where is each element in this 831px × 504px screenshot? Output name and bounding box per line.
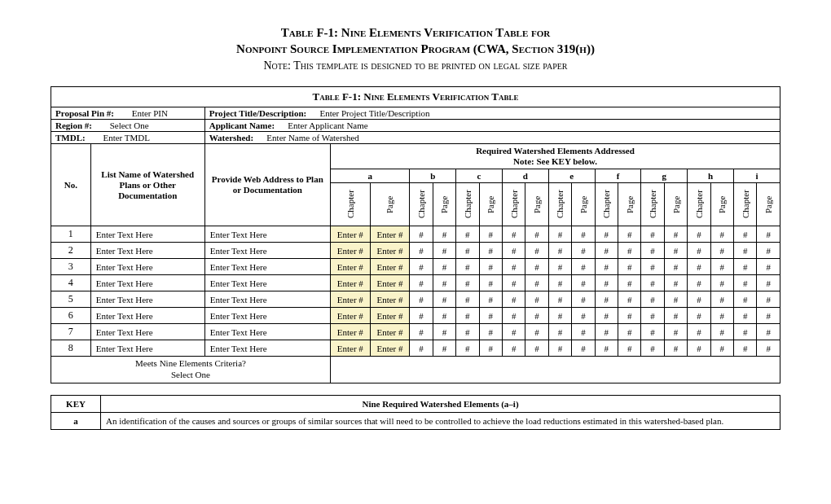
row-cell[interactable]: # xyxy=(479,275,502,291)
row-cell[interactable]: # xyxy=(641,324,664,340)
row-page-a[interactable]: Enter # xyxy=(370,324,410,340)
row-web-input[interactable]: Enter Text Here xyxy=(204,259,330,275)
row-cell[interactable]: # xyxy=(479,308,502,324)
row-cell[interactable]: # xyxy=(595,291,618,308)
row-cell[interactable]: # xyxy=(688,308,710,324)
row-cell[interactable]: # xyxy=(688,243,710,259)
watershed-input[interactable]: Enter Name of Watershed xyxy=(263,131,362,144)
row-cell[interactable]: # xyxy=(479,291,502,308)
row-cell[interactable]: # xyxy=(618,291,641,308)
row-cell[interactable]: # xyxy=(456,243,479,259)
row-cell[interactable]: # xyxy=(525,324,548,340)
row-cell[interactable]: # xyxy=(525,226,548,243)
row-cell[interactable]: # xyxy=(641,275,664,291)
row-cell[interactable]: # xyxy=(548,324,571,340)
row-cell[interactable]: # xyxy=(410,308,433,324)
row-cell[interactable]: # xyxy=(664,259,687,275)
row-cell[interactable]: # xyxy=(433,243,455,259)
row-cell[interactable]: # xyxy=(734,340,757,357)
row-chapter-a[interactable]: Enter # xyxy=(330,291,370,308)
row-cell[interactable]: # xyxy=(618,275,641,291)
row-cell[interactable]: # xyxy=(757,275,780,291)
row-cell[interactable]: # xyxy=(410,243,433,259)
row-cell[interactable]: # xyxy=(572,324,595,340)
row-cell[interactable]: # xyxy=(410,291,433,308)
row-cell[interactable]: # xyxy=(710,259,733,275)
row-cell[interactable]: # xyxy=(734,291,757,308)
row-cell[interactable]: # xyxy=(595,243,618,259)
row-web-input[interactable]: Enter Text Here xyxy=(204,340,330,357)
row-cell[interactable]: # xyxy=(757,259,780,275)
row-cell[interactable]: # xyxy=(641,226,664,243)
row-cell[interactable]: # xyxy=(410,226,433,243)
row-chapter-a[interactable]: Enter # xyxy=(330,259,370,275)
row-cell[interactable]: # xyxy=(572,308,595,324)
row-cell[interactable]: # xyxy=(641,340,664,357)
row-page-a[interactable]: Enter # xyxy=(370,259,410,275)
row-page-a[interactable]: Enter # xyxy=(370,308,410,324)
row-cell[interactable]: # xyxy=(456,340,479,357)
row-cell[interactable]: # xyxy=(664,340,687,357)
row-chapter-a[interactable]: Enter # xyxy=(330,243,370,259)
row-cell[interactable]: # xyxy=(710,243,733,259)
row-cell[interactable]: # xyxy=(641,308,664,324)
row-cell[interactable]: # xyxy=(502,324,525,340)
row-cell[interactable]: # xyxy=(456,275,479,291)
row-cell[interactable]: # xyxy=(757,243,780,259)
row-cell[interactable]: # xyxy=(433,308,455,324)
row-chapter-a[interactable]: Enter # xyxy=(330,275,370,291)
row-cell[interactable]: # xyxy=(734,226,757,243)
row-cell[interactable]: # xyxy=(641,259,664,275)
row-cell[interactable]: # xyxy=(757,340,780,357)
row-web-input[interactable]: Enter Text Here xyxy=(204,226,330,243)
row-cell[interactable]: # xyxy=(595,340,618,357)
row-cell[interactable]: # xyxy=(572,259,595,275)
row-cell[interactable]: # xyxy=(664,291,687,308)
row-cell[interactable]: # xyxy=(525,243,548,259)
row-cell[interactable]: # xyxy=(664,308,687,324)
row-cell[interactable]: # xyxy=(595,259,618,275)
row-cell[interactable]: # xyxy=(479,259,502,275)
row-cell[interactable]: # xyxy=(502,275,525,291)
row-chapter-a[interactable]: Enter # xyxy=(330,324,370,340)
row-name-input[interactable]: Enter Text Here xyxy=(90,243,204,259)
row-cell[interactable]: # xyxy=(479,226,502,243)
row-cell[interactable]: # xyxy=(688,226,710,243)
row-cell[interactable]: # xyxy=(548,243,571,259)
row-name-input[interactable]: Enter Text Here xyxy=(90,291,204,308)
row-cell[interactable]: # xyxy=(688,259,710,275)
row-page-a[interactable]: Enter # xyxy=(370,275,410,291)
row-cell[interactable]: # xyxy=(688,275,710,291)
row-cell[interactable]: # xyxy=(502,259,525,275)
row-cell[interactable]: # xyxy=(548,340,571,357)
row-cell[interactable]: # xyxy=(618,243,641,259)
row-cell[interactable]: # xyxy=(456,324,479,340)
region-input[interactable]: Select One xyxy=(107,119,152,132)
row-cell[interactable]: # xyxy=(525,340,548,357)
row-cell[interactable]: # xyxy=(456,291,479,308)
row-cell[interactable]: # xyxy=(525,291,548,308)
row-web-input[interactable]: Enter Text Here xyxy=(204,291,330,308)
row-cell[interactable]: # xyxy=(479,340,502,357)
row-cell[interactable]: # xyxy=(456,308,479,324)
row-cell[interactable]: # xyxy=(410,259,433,275)
row-cell[interactable]: # xyxy=(502,308,525,324)
row-cell[interactable]: # xyxy=(548,308,571,324)
row-web-input[interactable]: Enter Text Here xyxy=(204,243,330,259)
row-cell[interactable]: # xyxy=(618,308,641,324)
row-cell[interactable]: # xyxy=(641,291,664,308)
row-cell[interactable]: # xyxy=(548,291,571,308)
row-cell[interactable]: # xyxy=(433,226,455,243)
row-cell[interactable]: # xyxy=(710,275,733,291)
row-cell[interactable]: # xyxy=(734,259,757,275)
row-cell[interactable]: # xyxy=(734,275,757,291)
tmdl-input[interactable]: Enter TMDL xyxy=(99,131,153,144)
row-web-input[interactable]: Enter Text Here xyxy=(204,308,330,324)
row-page-a[interactable]: Enter # xyxy=(370,226,410,243)
row-cell[interactable]: # xyxy=(757,324,780,340)
row-cell[interactable]: # xyxy=(618,324,641,340)
row-cell[interactable]: # xyxy=(710,226,733,243)
row-cell[interactable]: # xyxy=(595,308,618,324)
row-cell[interactable]: # xyxy=(595,226,618,243)
row-page-a[interactable]: Enter # xyxy=(370,291,410,308)
